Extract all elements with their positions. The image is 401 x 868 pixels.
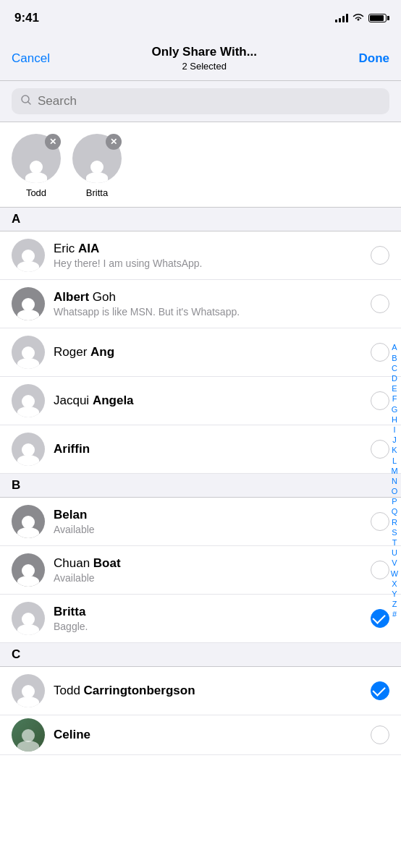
alpha-letter-K[interactable]: K (392, 446, 397, 455)
contact-row-albert-goh[interactable]: Albert Goh Whatsapp is like MSN. But it'… (0, 280, 401, 328)
roger-ang-info: Roger Ang (54, 345, 362, 359)
contact-row-eric-aia[interactable]: Eric AIA Hey there! I am using WhatsApp. (0, 231, 401, 280)
cancel-button[interactable]: Cancel (12, 51, 50, 66)
alpha-letter-S[interactable]: S (392, 528, 397, 537)
alpha-letter-Z[interactable]: Z (392, 600, 397, 609)
alpha-letter-D[interactable]: D (392, 374, 397, 383)
alpha-letter-A[interactable]: A (392, 343, 397, 352)
chuan-boat-status: Available (54, 572, 362, 584)
alpha-index: ABCDEFGHIJKLMNOPQRSTUVWXYZ# (388, 208, 401, 755)
section-header-a: A (0, 208, 401, 231)
roger-ang-checkbox[interactable] (371, 343, 389, 362)
todd-carringtonbergson-info: Todd Carringtonbergson (54, 684, 362, 698)
alpha-letter-#[interactable]: # (392, 610, 397, 619)
search-input[interactable] (38, 94, 381, 109)
belan-name: Belan (54, 508, 362, 522)
alpha-letter-R[interactable]: R (392, 518, 397, 527)
chuan-boat-checkbox[interactable] (371, 561, 389, 579)
alpha-letter-X[interactable]: X (392, 579, 397, 589)
alpha-letter-N[interactable]: N (392, 477, 397, 486)
search-bar (12, 88, 389, 114)
britta-list-status: Baggle. (54, 621, 362, 632)
alpha-letter-U[interactable]: U (392, 548, 397, 558)
alpha-letter-H[interactable]: H (392, 415, 397, 425)
britta-label: Britta (86, 187, 108, 198)
celine-avatar (12, 718, 45, 752)
eric-aia-info: Eric AIA Hey there! I am using WhatsApp. (54, 242, 362, 269)
albert-goh-name: Albert Goh (54, 290, 362, 305)
contact-row-todd-carringtonbergson[interactable]: Todd Carringtonbergson (0, 667, 401, 715)
battery-icon (368, 14, 387, 22)
todd-remove-button[interactable]: ✕ (45, 134, 61, 150)
nav-bar: Cancel Only Share With... 2 Selected Don… (0, 36, 401, 81)
albert-goh-status: Whatsapp is like MSN. But it's Whatsapp. (54, 306, 362, 318)
belan-avatar (12, 505, 45, 538)
alpha-letter-T[interactable]: T (392, 538, 397, 548)
ariffin-checkbox[interactable] (371, 440, 389, 459)
contact-row-celine[interactable]: Celine (0, 715, 401, 755)
contact-list: A Eric AIA Hey there! I am using WhatsAp… (0, 208, 401, 755)
alpha-letter-G[interactable]: G (392, 405, 398, 414)
alpha-letter-E[interactable]: E (392, 384, 397, 393)
todd-carringtonbergson-name: Todd Carringtonbergson (54, 684, 362, 698)
alpha-letter-O[interactable]: O (392, 487, 398, 496)
roger-ang-name: Roger Ang (54, 345, 362, 359)
alpha-letter-C[interactable]: C (392, 364, 397, 373)
chuan-boat-info: Chuan Boat Available (54, 556, 362, 584)
contact-row-belan[interactable]: Belan Available (0, 498, 401, 546)
albert-goh-checkbox[interactable] (371, 294, 389, 313)
section-header-c: C (0, 643, 401, 667)
britta-list-info: Britta Baggle. (54, 605, 362, 632)
status-bar: 9:41 (0, 0, 401, 36)
britta-remove-button[interactable]: ✕ (106, 134, 122, 150)
alpha-letter-Q[interactable]: Q (392, 507, 398, 516)
contact-row-ariffin[interactable]: Ariffin (0, 425, 401, 474)
chuan-boat-name: Chuan Boat (54, 556, 362, 571)
alpha-letter-V[interactable]: V (392, 558, 397, 568)
alpha-letter-M[interactable]: M (391, 467, 397, 476)
jacqui-angela-checkbox[interactable] (371, 391, 389, 410)
albert-goh-info: Albert Goh Whatsapp is like MSN. But it'… (54, 290, 362, 318)
jacqui-angela-info: Jacqui Angela (54, 393, 362, 408)
svg-line-1 (28, 102, 31, 105)
alpha-letter-P[interactable]: P (392, 497, 397, 506)
ariffin-avatar (12, 433, 45, 466)
albert-goh-avatar (12, 287, 45, 320)
done-button[interactable]: Done (359, 51, 390, 66)
roger-ang-avatar (12, 336, 45, 369)
contact-row-britta[interactable]: Britta Baggle. (0, 595, 401, 643)
belan-status: Available (54, 524, 362, 535)
selected-contacts-row: ✕ Todd ✕ Britta (0, 122, 401, 208)
contact-row-roger-ang[interactable]: Roger Ang (0, 328, 401, 377)
search-container (0, 81, 401, 122)
britta-list-avatar (12, 602, 45, 635)
alpha-letter-W[interactable]: W (391, 569, 398, 579)
contact-row-jacqui-angela[interactable]: Jacqui Angela (0, 377, 401, 425)
jacqui-angela-avatar (12, 384, 45, 417)
todd-label: Todd (26, 187, 46, 198)
nav-subtitle: 2 Selected (152, 61, 257, 72)
selected-contact-todd: ✕ Todd (12, 134, 61, 198)
chuan-boat-avatar (12, 553, 45, 587)
todd-carringtonbergson-checkbox[interactable] (371, 681, 389, 700)
status-icons (335, 13, 387, 24)
britta-list-checkbox[interactable] (371, 609, 389, 628)
eric-aia-checkbox[interactable] (371, 246, 389, 265)
signal-icon (335, 14, 348, 22)
section-header-b: B (0, 474, 401, 498)
celine-checkbox[interactable] (371, 726, 389, 744)
ariffin-info: Ariffin (54, 442, 362, 456)
todd-carringtonbergson-avatar (12, 674, 45, 707)
contact-row-chuan-boat[interactable]: Chuan Boat Available (0, 546, 401, 595)
alpha-letter-L[interactable]: L (392, 456, 397, 466)
belan-checkbox[interactable] (371, 512, 389, 531)
alpha-letter-F[interactable]: F (392, 394, 397, 404)
alpha-letter-J[interactable]: J (392, 435, 397, 445)
todd-avatar-wrapper: ✕ (12, 134, 61, 183)
alpha-letter-B[interactable]: B (392, 354, 397, 363)
nav-title: Only Share With... (152, 45, 257, 59)
status-time: 9:41 (14, 11, 39, 25)
alpha-letter-I[interactable]: I (393, 425, 395, 435)
alpha-letter-Y[interactable]: Y (392, 590, 397, 599)
ariffin-name: Ariffin (54, 442, 362, 456)
